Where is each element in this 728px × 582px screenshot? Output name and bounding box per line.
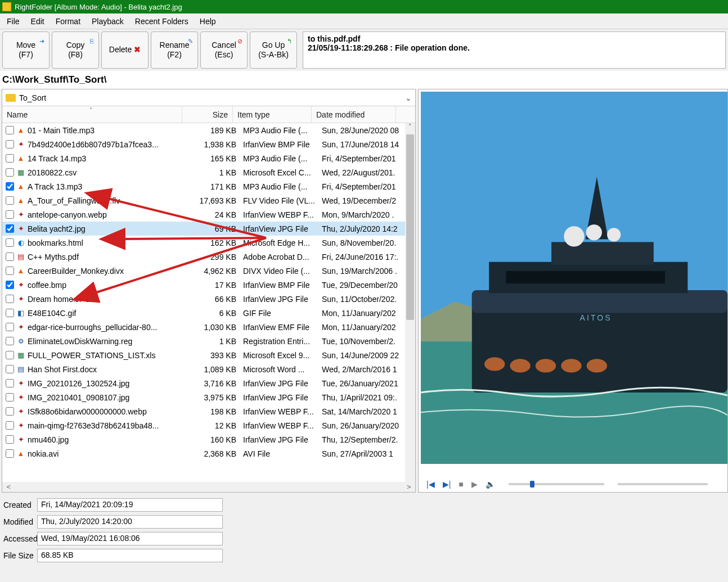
window-title: RightFolder [Album Mode: Audio] - Belita… (15, 3, 182, 11)
file-checkbox[interactable] (6, 407, 14, 416)
menu-playback[interactable]: Playback (86, 15, 129, 28)
file-checkbox[interactable] (6, 267, 14, 275)
file-row[interactable]: ISfk88o6bidarw0000000000.webp198 KBIrfan… (2, 404, 415, 418)
file-checkbox[interactable] (6, 337, 14, 345)
file-checkbox[interactable] (6, 351, 14, 359)
file-row[interactable]: nokia.avi2,368 KBAVI FileSun, 27/April/2… (2, 446, 415, 461)
column-type[interactable]: Item type (233, 106, 312, 123)
menu-recent-folders[interactable]: Recent Folders (129, 15, 194, 28)
file-name: FULL_POWER_STATIONS_LIST.xls (28, 351, 190, 360)
file-row[interactable]: nmu460.jpg160 KBIrfanView JPG FileThu, 1… (2, 432, 415, 446)
file-date: Tue, 26/January/2021 (320, 379, 404, 388)
file-type-icon (16, 281, 25, 290)
file-list[interactable]: 01 - Main Title.mp3189 KBMP3 Audio File … (2, 123, 415, 482)
file-checkbox[interactable] (6, 140, 14, 148)
copy-icon: ⎘ (90, 38, 94, 44)
column-name[interactable]: Name (2, 106, 182, 123)
scroll-up-icon[interactable]: ˄ (405, 123, 415, 133)
file-checkbox[interactable] (6, 224, 14, 233)
menu-help[interactable]: Help (194, 15, 222, 28)
file-item-type: MP3 Audio File (... (241, 154, 320, 163)
file-checkbox[interactable] (6, 252, 14, 261)
prev-track-button[interactable]: |◀ (426, 480, 435, 489)
file-row[interactable]: 20180822.csv1 KBMicrosoft Excel C...Wed,… (2, 165, 415, 179)
file-date: Mon, 11/January/202 (320, 309, 404, 318)
file-item-type: IrfanView JPG File (241, 393, 320, 402)
file-size: 17,693 KB (190, 196, 241, 205)
file-row[interactable]: coffee.bmp17 KBIrfanView BMP FileTue, 29… (2, 278, 415, 292)
progress-slider[interactable] (618, 483, 708, 485)
file-checkbox[interactable] (6, 281, 14, 289)
vertical-scrollbar[interactable]: ˄ (405, 123, 415, 482)
next-track-button[interactable]: ▶| (443, 480, 451, 489)
cancel-button[interactable]: ⊘ Cancel(Esc) (200, 31, 248, 69)
svg-point-14 (536, 359, 556, 372)
volume-slider[interactable] (509, 483, 604, 485)
menu-edit[interactable]: Edit (25, 15, 50, 28)
file-row[interactable]: Belita yacht2.jpg69 KBIrfanView JPG File… (2, 222, 415, 236)
file-row[interactable]: 01 - Main Title.mp3189 KBMP3 Audio File … (2, 123, 415, 137)
file-checkbox[interactable] (6, 210, 14, 219)
file-checkbox[interactable] (6, 379, 14, 387)
file-row[interactable]: E48E104C.gif6 KBGIF FileMon, 11/January/… (2, 306, 415, 320)
menu-format[interactable]: Format (50, 15, 86, 28)
file-row[interactable]: 7b49d2400e1d6b807d97b1a7fcea3...1,938 KB… (2, 137, 415, 151)
scrollbar-thumb[interactable] (406, 134, 414, 320)
move-button[interactable]: ➜ Move(F7) (2, 31, 50, 69)
file-item-type: IrfanView JPG File (241, 379, 320, 388)
file-checkbox[interactable] (6, 168, 14, 177)
go-up-button[interactable]: ↰ Go Up(S-A-Bk) (250, 31, 297, 69)
file-checkbox[interactable] (6, 365, 14, 373)
file-item-type: Registration Entri... (241, 337, 320, 346)
file-row[interactable]: Han Shot First.docx1,089 KBMicrosoft Wor… (2, 362, 415, 376)
file-name: A Track 13.mp3 (28, 182, 190, 191)
file-date: Sun, 17/June/2018 14 (320, 140, 404, 149)
file-checkbox[interactable] (6, 449, 14, 458)
file-checkbox[interactable] (6, 126, 14, 134)
file-name: CareerBuilder_Monkey.divx (28, 267, 190, 276)
file-checkbox[interactable] (6, 196, 14, 205)
file-date: Thu, 1/April/2021 09:. (320, 393, 404, 402)
file-type-icon (16, 196, 25, 205)
file-checkbox[interactable] (6, 182, 14, 191)
file-size: 6 KB (190, 309, 241, 318)
file-checkbox[interactable] (6, 238, 14, 247)
file-checkbox[interactable] (6, 154, 14, 163)
column-size[interactable]: Size (182, 106, 233, 123)
file-type-icon (16, 407, 25, 416)
stop-button[interactable]: ■ (459, 480, 463, 489)
file-row[interactable]: CareerBuilder_Monkey.divx4,962 KBDIVX Vi… (2, 264, 415, 278)
file-row[interactable]: Dream home.JPG66 KBIrfanView JPG FileSun… (2, 292, 415, 306)
file-row[interactable]: IMG_20210126_1302524.jpg3,716 KBIrfanVie… (2, 376, 415, 390)
chevron-down-icon: ⌄ (405, 93, 412, 102)
file-row[interactable]: IMG_20210401_0908107.jpg3,975 KBIrfanVie… (2, 390, 415, 404)
folder-dropdown[interactable]: To_Sort ⌄ (2, 89, 415, 106)
file-row[interactable]: A Track 13.mp3171 KBMP3 Audio File (...F… (2, 179, 415, 193)
copy-button[interactable]: ⎘ Copy(F8) (52, 31, 99, 69)
file-checkbox[interactable] (6, 295, 14, 303)
file-row[interactable]: EliminateLowDiskWarning.reg1 KBRegistrat… (2, 334, 415, 348)
file-checkbox[interactable] (6, 421, 14, 430)
rename-button[interactable]: ✎ Rename(F2) (151, 31, 198, 69)
file-row[interactable]: antelope-canyon.webp24 KBIrfanView WEBP … (2, 207, 415, 222)
file-row[interactable]: 14 Track 14.mp3165 KBMP3 Audio File (...… (2, 151, 415, 165)
file-name: ISfk88o6bidarw0000000000.webp (28, 407, 190, 416)
play-button[interactable]: ▶ (471, 480, 478, 489)
file-row[interactable]: C++ Myths.pdf299 KBAdobe Acrobat D...Fri… (2, 250, 415, 264)
file-checkbox[interactable] (6, 393, 14, 401)
file-checkbox[interactable] (6, 323, 14, 331)
file-size: 1 KB (190, 337, 241, 346)
file-row[interactable]: main-qimg-f2763e3d78b62419ba48...12 KBIr… (2, 418, 415, 432)
file-row[interactable]: A_Tour_of_Fallingwater.flv17,693 KBFLV V… (2, 193, 415, 207)
file-checkbox[interactable] (6, 435, 14, 444)
menu-file[interactable]: File (1, 15, 25, 28)
file-type-icon (16, 365, 25, 374)
file-row[interactable]: bookmarks.html162 KBMicrosoft Edge H...S… (2, 236, 415, 250)
file-row[interactable]: FULL_POWER_STATIONS_LIST.xls393 KBMicros… (2, 348, 415, 362)
file-checkbox[interactable] (6, 309, 14, 317)
file-size: 393 KB (190, 351, 241, 360)
column-date[interactable]: Date modified (312, 106, 396, 123)
delete-button[interactable]: Delete ✖ (101, 31, 149, 69)
horizontal-scrollbar[interactable]: ＜＞ (2, 482, 415, 492)
file-row[interactable]: edgar-rice-burroughs_pellucidar-80...1,0… (2, 320, 415, 334)
